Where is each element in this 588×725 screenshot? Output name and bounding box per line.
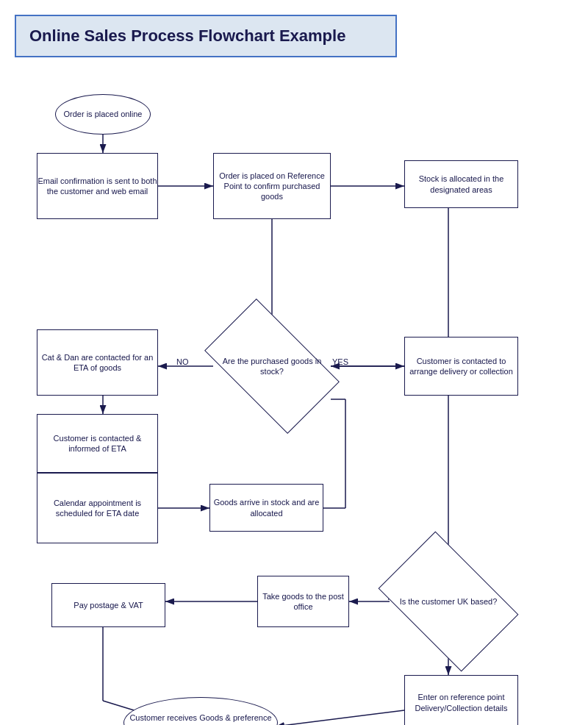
shape-s12: Take goods to the post office [257, 576, 349, 627]
shape-s8: Customer is contacted to arrange deliver… [404, 337, 518, 396]
label-yes1: YES [332, 357, 348, 366]
shape-s5: Cat & Dan are contacted for an ETA of go… [37, 329, 158, 396]
shape-s14: Enter on reference point Delivery/Collec… [404, 675, 518, 725]
shape-s7: Customer is contacted & informed of ETA [37, 414, 158, 473]
page: Online Sales Process Flowchart Example [0, 0, 588, 725]
shape-s9: Calendar appointment is scheduled for ET… [37, 473, 158, 543]
diamond-s6-text: Are the purchased goods in stock? [213, 352, 331, 381]
shape-s13: Pay postage & VAT [51, 583, 165, 627]
label-no1: NO [176, 357, 189, 366]
shape-s15: Customer receives Goods & preference poi… [123, 697, 278, 725]
diamond-s11-text: Is the customer UK based? [396, 593, 501, 610]
shape-s4: Stock is allocated in the designated are… [404, 160, 518, 208]
shape-s10: Goods arrive in stock and are allocated [209, 484, 323, 532]
shape-s1: Order is placed online [55, 94, 151, 135]
shape-s6: Are the purchased goods in stock? [213, 329, 331, 403]
shape-s11: Is the customer UK based? [390, 561, 507, 642]
flowchart: NO YES YES NO Order is placed online Ema… [15, 79, 573, 725]
shape-s3: Order is placed on Reference Point to co… [213, 153, 331, 219]
title: Online Sales Process Flowchart Example [15, 15, 397, 57]
shape-s2: Email confirmation is sent to both the c… [37, 153, 158, 219]
svg-line-21 [276, 710, 404, 725]
